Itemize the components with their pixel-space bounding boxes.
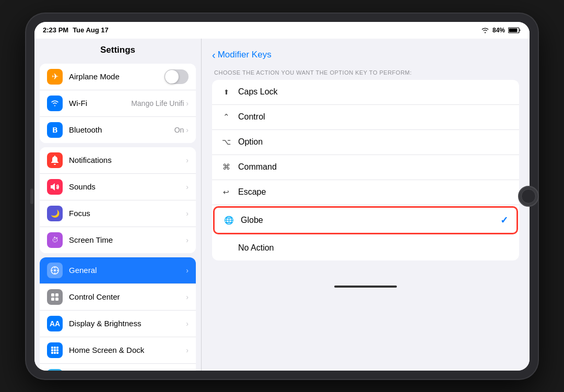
svg-rect-17 [56, 349, 58, 351]
status-bar-left: 2:23 PM Tue Aug 17 [43, 26, 109, 34]
caps-lock-icon: ⬆ [220, 88, 232, 96]
status-date: Tue Aug 17 [73, 26, 109, 34]
option-caps-lock[interactable]: ⬆ Caps Lock [212, 80, 519, 105]
side-button[interactable] [30, 188, 33, 204]
bluetooth-value: On [174, 126, 184, 134]
focus-icon: 🌙 [47, 206, 63, 221]
wifi-value: Mango Life Unifi [131, 99, 184, 108]
connectivity-group: ✈ Airplane Mode [40, 64, 196, 143]
wifi-icon [481, 27, 489, 33]
no-action-label: No Action [238, 243, 511, 253]
ipad-frame: 2:23 PM Tue Aug 17 84% [26, 14, 538, 379]
sidebar-item-bluetooth[interactable]: 𝗕 Bluetooth On › [40, 117, 196, 143]
back-arrow-icon: ‹ [212, 49, 216, 61]
general-icon [47, 263, 63, 278]
home-screen-label: Home Screen & Dock [69, 346, 186, 354]
command-label: Command [238, 162, 511, 172]
svg-rect-16 [54, 349, 56, 351]
control-label: Control [238, 112, 511, 122]
airplane-mode-label: Airplane Mode [69, 72, 164, 81]
section-label: CHOOSE THE ACTION YOU WANT THE OPTION KE… [212, 69, 519, 76]
svg-rect-19 [54, 352, 56, 354]
control-center-icon [47, 289, 63, 305]
options-group: ⬆ Caps Lock ⌃ Control ⌥ Option [212, 80, 519, 260]
svg-rect-14 [56, 347, 58, 349]
battery-percent: 84% [492, 27, 505, 34]
svg-rect-15 [51, 349, 53, 351]
sounds-label: Sounds [69, 182, 186, 191]
option-escape[interactable]: ↩ Escape [212, 180, 519, 205]
sidebar-item-wifi[interactable]: Wi-Fi Mango Life Unifi › [40, 90, 196, 117]
sidebar-item-home-screen-dock[interactable]: Home Screen & Dock › [40, 337, 196, 364]
escape-key-icon: ↩ [220, 188, 232, 196]
display-brightness-label: Display & Brightness [69, 319, 186, 328]
home-bar [334, 286, 397, 288]
toggle-thumb [165, 70, 179, 84]
option-label: Option [238, 137, 511, 147]
wifi-chevron: › [186, 99, 189, 108]
right-panel: ‹ Modifier Keys CHOOSE THE ACTION YOU WA… [202, 39, 530, 371]
status-time: 2:23 PM [43, 26, 68, 34]
notifications-group: Notifications › Sounds › 🌙 [40, 147, 196, 253]
globe-icon: 🌐 [223, 216, 234, 225]
escape-label: Escape [238, 187, 511, 197]
bluetooth-chevron: › [186, 126, 189, 134]
home-indicator [212, 281, 519, 292]
svg-rect-12 [51, 347, 53, 349]
caps-lock-label: Caps Lock [238, 87, 511, 97]
ipad-screen: 2:23 PM Tue Aug 17 84% [34, 22, 530, 371]
sidebar-item-airplane-mode[interactable]: ✈ Airplane Mode [40, 64, 196, 90]
sidebar-item-notifications[interactable]: Notifications › [40, 147, 196, 174]
airplane-mode-toggle[interactable] [164, 69, 189, 84]
svg-rect-13 [54, 347, 56, 349]
notifications-label: Notifications [69, 156, 186, 164]
command-key-icon: ⌘ [220, 162, 232, 172]
option-control[interactable]: ⌃ Control [212, 105, 519, 130]
airplane-mode-icon: ✈ [47, 69, 63, 85]
bluetooth-icon: 𝗕 [47, 122, 63, 138]
svg-rect-9 [55, 293, 58, 296]
sidebar-item-screen-time[interactable]: ⏱ Screen Time › [40, 227, 196, 253]
home-button-inner [521, 189, 536, 204]
general-label: General [69, 266, 186, 275]
sidebar-item-control-center[interactable]: Control Center › [40, 284, 196, 311]
screen-time-icon: ⏱ [47, 232, 63, 248]
option-option[interactable]: ⌥ Option [212, 130, 519, 155]
svg-point-3 [54, 269, 56, 271]
control-center-chevron: › [186, 293, 189, 301]
screen-time-label: Screen Time [69, 235, 186, 244]
notifications-chevron: › [186, 156, 189, 164]
sounds-chevron: › [186, 183, 189, 191]
svg-rect-20 [56, 352, 58, 354]
status-bar: 2:23 PM Tue Aug 17 84% [34, 22, 530, 39]
option-no-action[interactable]: No Action [212, 235, 519, 260]
sidebar-item-sounds[interactable]: Sounds › [40, 174, 196, 200]
option-globe[interactable]: 🌐 Globe ✓ [213, 206, 518, 234]
option-command[interactable]: ⌘ Command [212, 155, 519, 180]
sidebar: Settings ✈ Airplane Mode [34, 39, 202, 371]
general-chevron: › [186, 266, 189, 275]
control-key-icon: ⌃ [220, 112, 232, 122]
focus-label: Focus [69, 209, 186, 218]
sidebar-item-focus[interactable]: 🌙 Focus › [40, 200, 196, 227]
system-group: General › Control Center [40, 257, 196, 371]
svg-rect-11 [55, 298, 58, 301]
bluetooth-label: Bluetooth [69, 125, 174, 134]
svg-rect-1 [509, 28, 518, 32]
wifi-label: Wi-Fi [69, 99, 131, 108]
status-bar-right: 84% [481, 27, 521, 34]
home-screen-icon [47, 342, 63, 358]
home-button[interactable] [518, 186, 539, 207]
display-brightness-chevron: › [186, 319, 189, 328]
svg-rect-18 [51, 352, 53, 354]
home-screen-chevron: › [186, 346, 189, 354]
svg-rect-10 [51, 298, 54, 301]
sidebar-item-general[interactable]: General › [40, 257, 196, 284]
notifications-icon [47, 152, 63, 168]
sidebar-item-display-brightness[interactable]: AA Display & Brightness › [40, 311, 196, 337]
sidebar-item-accessibility[interactable]: Accessibility › [40, 364, 196, 371]
globe-label: Globe [241, 216, 500, 225]
option-key-icon: ⌥ [220, 137, 232, 147]
back-label[interactable]: Modifier Keys [218, 50, 272, 60]
main-area: Settings ✈ Airplane Mode [34, 39, 530, 371]
